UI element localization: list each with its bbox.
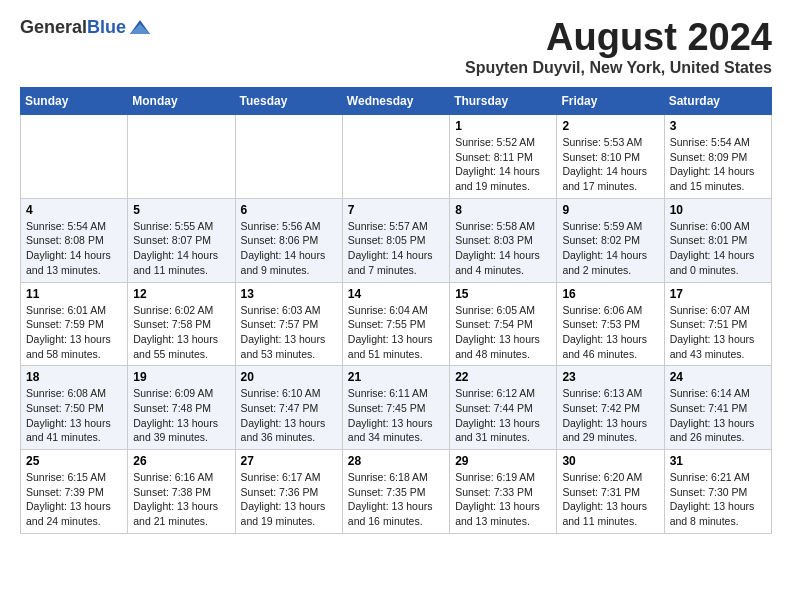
day-detail: Sunrise: 6:12 AM Sunset: 7:44 PM Dayligh…: [455, 386, 551, 445]
day-number: 21: [348, 370, 444, 384]
month-title: August 2024: [465, 16, 772, 59]
table-row: 20Sunrise: 6:10 AM Sunset: 7:47 PM Dayli…: [235, 366, 342, 450]
table-row: 28Sunrise: 6:18 AM Sunset: 7:35 PM Dayli…: [342, 450, 449, 534]
day-number: 26: [133, 454, 229, 468]
col-wednesday: Wednesday: [342, 88, 449, 115]
logo: GeneralBlue: [20, 16, 152, 40]
day-detail: Sunrise: 6:04 AM Sunset: 7:55 PM Dayligh…: [348, 303, 444, 362]
day-detail: Sunrise: 5:56 AM Sunset: 8:06 PM Dayligh…: [241, 219, 337, 278]
table-row: 26Sunrise: 6:16 AM Sunset: 7:38 PM Dayli…: [128, 450, 235, 534]
table-row: 17Sunrise: 6:07 AM Sunset: 7:51 PM Dayli…: [664, 282, 771, 366]
day-detail: Sunrise: 5:54 AM Sunset: 8:08 PM Dayligh…: [26, 219, 122, 278]
day-number: 13: [241, 287, 337, 301]
logo-general: General: [20, 17, 87, 37]
day-number: 3: [670, 119, 766, 133]
day-detail: Sunrise: 6:10 AM Sunset: 7:47 PM Dayligh…: [241, 386, 337, 445]
table-row: 23Sunrise: 6:13 AM Sunset: 7:42 PM Dayli…: [557, 366, 664, 450]
col-thursday: Thursday: [450, 88, 557, 115]
day-detail: Sunrise: 5:57 AM Sunset: 8:05 PM Dayligh…: [348, 219, 444, 278]
day-number: 8: [455, 203, 551, 217]
table-row: 21Sunrise: 6:11 AM Sunset: 7:45 PM Dayli…: [342, 366, 449, 450]
table-row: 22Sunrise: 6:12 AM Sunset: 7:44 PM Dayli…: [450, 366, 557, 450]
day-number: 23: [562, 370, 658, 384]
day-detail: Sunrise: 6:00 AM Sunset: 8:01 PM Dayligh…: [670, 219, 766, 278]
table-row: [128, 115, 235, 199]
table-row: [235, 115, 342, 199]
table-row: 7Sunrise: 5:57 AM Sunset: 8:05 PM Daylig…: [342, 198, 449, 282]
table-row: 30Sunrise: 6:20 AM Sunset: 7:31 PM Dayli…: [557, 450, 664, 534]
day-detail: Sunrise: 6:07 AM Sunset: 7:51 PM Dayligh…: [670, 303, 766, 362]
day-number: 4: [26, 203, 122, 217]
table-row: 10Sunrise: 6:00 AM Sunset: 8:01 PM Dayli…: [664, 198, 771, 282]
page-header: GeneralBlue August 2024 Spuyten Duyvil, …: [20, 16, 772, 77]
day-detail: Sunrise: 5:53 AM Sunset: 8:10 PM Dayligh…: [562, 135, 658, 194]
calendar-header: Sunday Monday Tuesday Wednesday Thursday…: [21, 88, 772, 115]
day-detail: Sunrise: 6:06 AM Sunset: 7:53 PM Dayligh…: [562, 303, 658, 362]
day-number: 18: [26, 370, 122, 384]
day-detail: Sunrise: 5:58 AM Sunset: 8:03 PM Dayligh…: [455, 219, 551, 278]
table-row: 14Sunrise: 6:04 AM Sunset: 7:55 PM Dayli…: [342, 282, 449, 366]
day-detail: Sunrise: 6:02 AM Sunset: 7:58 PM Dayligh…: [133, 303, 229, 362]
table-row: 27Sunrise: 6:17 AM Sunset: 7:36 PM Dayli…: [235, 450, 342, 534]
day-detail: Sunrise: 6:14 AM Sunset: 7:41 PM Dayligh…: [670, 386, 766, 445]
page-container: GeneralBlue August 2024 Spuyten Duyvil, …: [0, 0, 792, 550]
svg-marker-1: [130, 24, 150, 34]
day-number: 28: [348, 454, 444, 468]
day-number: 25: [26, 454, 122, 468]
day-number: 19: [133, 370, 229, 384]
table-row: 9Sunrise: 5:59 AM Sunset: 8:02 PM Daylig…: [557, 198, 664, 282]
day-detail: Sunrise: 6:15 AM Sunset: 7:39 PM Dayligh…: [26, 470, 122, 529]
day-number: 12: [133, 287, 229, 301]
day-detail: Sunrise: 6:19 AM Sunset: 7:33 PM Dayligh…: [455, 470, 551, 529]
table-row: 11Sunrise: 6:01 AM Sunset: 7:59 PM Dayli…: [21, 282, 128, 366]
day-number: 30: [562, 454, 658, 468]
day-detail: Sunrise: 6:16 AM Sunset: 7:38 PM Dayligh…: [133, 470, 229, 529]
day-detail: Sunrise: 5:59 AM Sunset: 8:02 PM Dayligh…: [562, 219, 658, 278]
calendar-week-row: 18Sunrise: 6:08 AM Sunset: 7:50 PM Dayli…: [21, 366, 772, 450]
day-detail: Sunrise: 6:20 AM Sunset: 7:31 PM Dayligh…: [562, 470, 658, 529]
day-detail: Sunrise: 6:21 AM Sunset: 7:30 PM Dayligh…: [670, 470, 766, 529]
logo-blue: Blue: [87, 17, 126, 37]
calendar-week-row: 4Sunrise: 5:54 AM Sunset: 8:08 PM Daylig…: [21, 198, 772, 282]
day-number: 20: [241, 370, 337, 384]
col-tuesday: Tuesday: [235, 88, 342, 115]
title-block: August 2024 Spuyten Duyvil, New York, Un…: [465, 16, 772, 77]
table-row: 29Sunrise: 6:19 AM Sunset: 7:33 PM Dayli…: [450, 450, 557, 534]
day-detail: Sunrise: 5:52 AM Sunset: 8:11 PM Dayligh…: [455, 135, 551, 194]
day-number: 14: [348, 287, 444, 301]
day-number: 9: [562, 203, 658, 217]
logo-icon: [128, 16, 152, 40]
col-sunday: Sunday: [21, 88, 128, 115]
day-number: 29: [455, 454, 551, 468]
table-row: 5Sunrise: 5:55 AM Sunset: 8:07 PM Daylig…: [128, 198, 235, 282]
table-row: 12Sunrise: 6:02 AM Sunset: 7:58 PM Dayli…: [128, 282, 235, 366]
table-row: 2Sunrise: 5:53 AM Sunset: 8:10 PM Daylig…: [557, 115, 664, 199]
day-detail: Sunrise: 5:54 AM Sunset: 8:09 PM Dayligh…: [670, 135, 766, 194]
table-row: 18Sunrise: 6:08 AM Sunset: 7:50 PM Dayli…: [21, 366, 128, 450]
day-number: 27: [241, 454, 337, 468]
table-row: 24Sunrise: 6:14 AM Sunset: 7:41 PM Dayli…: [664, 366, 771, 450]
table-row: 31Sunrise: 6:21 AM Sunset: 7:30 PM Dayli…: [664, 450, 771, 534]
day-number: 10: [670, 203, 766, 217]
calendar-body: 1Sunrise: 5:52 AM Sunset: 8:11 PM Daylig…: [21, 115, 772, 534]
day-detail: Sunrise: 6:17 AM Sunset: 7:36 PM Dayligh…: [241, 470, 337, 529]
table-row: 3Sunrise: 5:54 AM Sunset: 8:09 PM Daylig…: [664, 115, 771, 199]
table-row: 6Sunrise: 5:56 AM Sunset: 8:06 PM Daylig…: [235, 198, 342, 282]
table-row: [342, 115, 449, 199]
calendar-week-row: 11Sunrise: 6:01 AM Sunset: 7:59 PM Dayli…: [21, 282, 772, 366]
day-number: 7: [348, 203, 444, 217]
table-row: 8Sunrise: 5:58 AM Sunset: 8:03 PM Daylig…: [450, 198, 557, 282]
day-number: 17: [670, 287, 766, 301]
day-detail: Sunrise: 5:55 AM Sunset: 8:07 PM Dayligh…: [133, 219, 229, 278]
day-number: 6: [241, 203, 337, 217]
table-row: 1Sunrise: 5:52 AM Sunset: 8:11 PM Daylig…: [450, 115, 557, 199]
day-detail: Sunrise: 6:11 AM Sunset: 7:45 PM Dayligh…: [348, 386, 444, 445]
day-number: 5: [133, 203, 229, 217]
calendar-table: Sunday Monday Tuesday Wednesday Thursday…: [20, 87, 772, 534]
header-row: Sunday Monday Tuesday Wednesday Thursday…: [21, 88, 772, 115]
day-number: 2: [562, 119, 658, 133]
day-detail: Sunrise: 6:13 AM Sunset: 7:42 PM Dayligh…: [562, 386, 658, 445]
day-number: 15: [455, 287, 551, 301]
day-detail: Sunrise: 6:05 AM Sunset: 7:54 PM Dayligh…: [455, 303, 551, 362]
table-row: 15Sunrise: 6:05 AM Sunset: 7:54 PM Dayli…: [450, 282, 557, 366]
